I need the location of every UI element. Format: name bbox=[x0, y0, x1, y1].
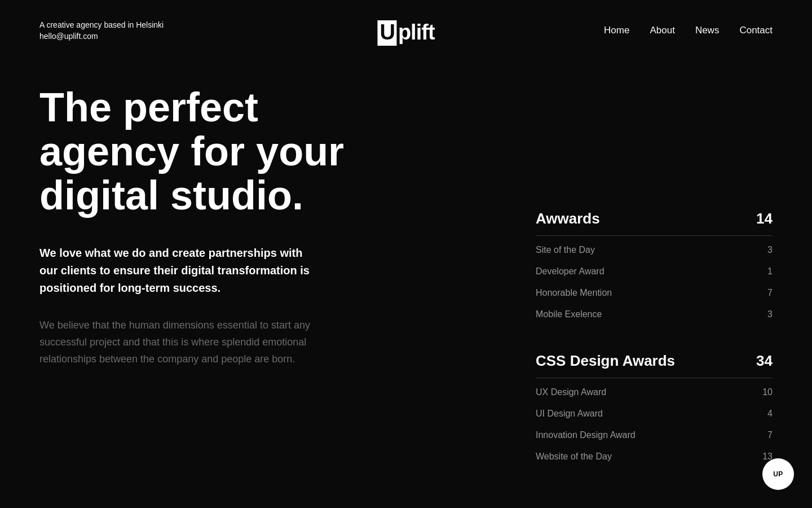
up-button[interactable]: UP bbox=[762, 458, 794, 490]
award-row-hm: Honorable Mention 7 bbox=[536, 282, 773, 304]
award-value-ui: 4 bbox=[767, 409, 773, 419]
hero-title: The perfect agency for your digital stud… bbox=[39, 86, 378, 217]
css-design-awards-header: CSS Design Awards 34 bbox=[536, 352, 773, 370]
logo-text: plift bbox=[398, 20, 435, 44]
description-primary: We love what we do and create partnershi… bbox=[39, 244, 316, 297]
main-nav: Home About News Contact bbox=[604, 20, 773, 36]
css-design-awards-block: CSS Design Awards 34 UX Design Award 10 … bbox=[536, 352, 773, 467]
award-row-ux: UX Design Award 10 bbox=[536, 382, 773, 403]
award-value-hm: 7 bbox=[767, 288, 773, 298]
nav-news[interactable]: News bbox=[695, 25, 720, 36]
logo-bracket: U bbox=[377, 20, 396, 46]
award-name-innovation: Innovation Design Award bbox=[536, 430, 636, 440]
award-value-ux: 10 bbox=[762, 387, 773, 397]
awwards-total: 14 bbox=[756, 210, 773, 227]
award-row-wotd: Website of the Day 13 bbox=[536, 446, 773, 467]
award-name-dev: Developer Award bbox=[536, 266, 604, 277]
award-row-dev: Developer Award 1 bbox=[536, 261, 773, 282]
css-design-awards-total: 34 bbox=[756, 352, 773, 370]
nav-home[interactable]: Home bbox=[604, 25, 629, 36]
award-row-innovation: Innovation Design Award 7 bbox=[536, 424, 773, 446]
award-name-ui: UI Design Award bbox=[536, 409, 603, 419]
award-row-sotd: Site of the Day 3 bbox=[536, 239, 773, 261]
header-left: A creative agency based in Helsinki hell… bbox=[39, 20, 164, 41]
award-name-sotd: Site of the Day bbox=[536, 245, 595, 255]
nav-contact[interactable]: Contact bbox=[739, 25, 773, 36]
award-value-dev: 1 bbox=[767, 266, 773, 277]
award-row-me: Mobile Exelence 3 bbox=[536, 304, 773, 325]
main-content: The perfect agency for your digital stud… bbox=[0, 41, 812, 494]
header-tagline: A creative agency based in Helsinki bbox=[39, 20, 164, 29]
header-email: hello@uplift.com bbox=[39, 32, 164, 41]
nav-about[interactable]: About bbox=[650, 25, 674, 36]
awwards-block: Awwards 14 Site of the Day 3 Developer A… bbox=[536, 210, 773, 325]
award-name-me: Mobile Exelence bbox=[536, 309, 602, 319]
award-name-ux: UX Design Award bbox=[536, 387, 606, 397]
left-section: The perfect agency for your digital stud… bbox=[39, 86, 378, 494]
logo[interactable]: Uplift bbox=[377, 20, 434, 46]
awwards-header: Awwards 14 bbox=[536, 210, 773, 227]
awwards-title: Awwards bbox=[536, 210, 600, 227]
css-design-awards-divider bbox=[536, 378, 773, 378]
award-value-me: 3 bbox=[767, 309, 773, 319]
award-value-sotd: 3 bbox=[767, 245, 773, 255]
right-section: Awwards 14 Site of the Day 3 Developer A… bbox=[536, 86, 773, 494]
award-row-ui: UI Design Award 4 bbox=[536, 403, 773, 424]
award-name-wotd: Website of the Day bbox=[536, 452, 612, 462]
award-name-hm: Honorable Mention bbox=[536, 288, 612, 298]
awwards-divider bbox=[536, 235, 773, 236]
css-design-awards-title: CSS Design Awards bbox=[536, 352, 675, 370]
description-secondary: We believe that the human dimensions ess… bbox=[39, 317, 316, 367]
award-value-innovation: 7 bbox=[767, 430, 773, 440]
